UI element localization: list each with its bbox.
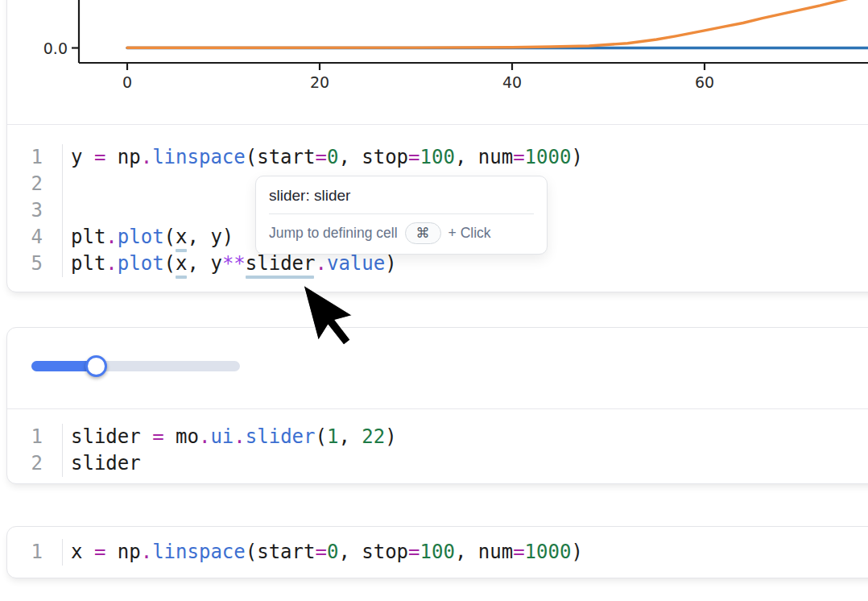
code-token: 0 [327,146,338,168]
code-token: = [513,541,524,563]
code-token: mo [164,425,199,448]
code-line: 2slider [7,450,868,477]
code-token: x [71,541,94,563]
code-token: . [141,541,152,563]
code-token: plot [118,252,164,275]
svg-text:0: 0 [122,73,132,91]
code-token: (start [246,146,316,168]
slider-input[interactable] [31,361,240,371]
cmd-key-badge: ⌘ [405,222,441,244]
code-token: . [199,425,210,448]
code-token: , stop [338,146,408,168]
code-token: slider [246,425,316,448]
code-token: , y) [188,226,234,248]
code-token: np [105,146,140,168]
code-token: plt [71,252,105,275]
code-text: plt.plot(x, y) [63,224,234,251]
code-token: plot [118,226,164,248]
code-editor[interactable]: 1x = np.linspace(start=0, stop=100, num=… [7,527,868,577]
code-token: np [105,541,140,563]
code-token: . [234,425,245,448]
tooltip-action-label: Jump to defining cell [269,225,398,242]
code-token: ) [385,425,396,448]
code-token: = [94,541,105,563]
code-token: = [315,146,326,168]
code-token: ui [210,425,234,448]
mouse-cursor-icon [304,285,368,366]
code-line: 1x = np.linspace(start=0, stop=100, num=… [7,539,868,566]
code-token: = [513,146,524,168]
code-token: , [338,425,362,448]
code-token: , num [455,541,513,563]
code-token: = [408,146,420,168]
code-token: plt [71,226,105,248]
code-token: slider [71,452,141,475]
code-token: ( [315,425,326,448]
code-line: 1y = np.linspace(start=0, stop=100, num=… [7,144,868,171]
code-token: . [105,252,117,275]
line-number: 5 [7,251,63,277]
notebook-cell-x: 1x = np.linspace(start=0, stop=100, num=… [6,526,868,578]
code-token: . [141,146,152,168]
code-token: . [315,252,326,275]
code-token: ( [164,226,176,248]
variable-tooltip: slider: slider Jump to defining cell ⌘ +… [255,176,548,255]
tooltip-title: slider: slider [269,187,534,205]
line-number: 2 [7,171,63,197]
code-token: (start [246,541,316,563]
code-token: = [94,146,105,168]
code-token: ) [571,541,582,563]
tooltip-footer: Jump to defining cell ⌘ + Click [269,222,534,244]
code-token-underlined: slider [246,252,316,275]
code-token: slider [71,425,152,448]
code-token: linspace [152,541,246,563]
code-token: ( [164,252,176,275]
code-token-underlined: x [176,252,187,275]
code-line: 1slider = mo.ui.slider(1, 22) [7,424,868,450]
tooltip-divider [269,213,534,214]
code-token: ) [385,252,396,275]
code-token: 1000 [525,146,572,168]
tooltip-click-label: + Click [448,225,491,242]
code-token: , stop [338,541,408,563]
code-token: , num [455,146,513,168]
code-token: , y [188,252,222,275]
code-token: value [327,252,385,275]
matplotlib-output-chart: 0.00204060 [7,0,868,124]
line-number: 4 [7,224,63,251]
code-token: 1000 [525,541,572,563]
cell-output-area [7,328,868,409]
svg-text:0.0: 0.0 [43,39,68,57]
line-number: 3 [7,197,63,224]
code-token: 100 [420,541,455,563]
line-number: 1 [7,539,63,566]
code-token: = [408,541,420,563]
code-token: 1 [327,425,338,448]
svg-text:20: 20 [310,73,329,91]
svg-text:60: 60 [695,73,714,91]
code-token-underlined: x [176,226,187,248]
code-token: y [71,146,94,168]
code-text: x = np.linspace(start=0, stop=100, num=1… [63,539,583,566]
line-number: 2 [7,450,63,477]
notebook-cell-slider: 1slider = mo.ui.slider(1, 22)2slider [6,327,868,484]
code-token: = [315,541,326,563]
code-token: = [152,425,163,448]
cmd-key-glyph: ⌘ [416,225,430,242]
code-token: ** [222,252,246,275]
cell-output-area: 0.00204060 [7,0,868,125]
line-number: 1 [7,144,63,171]
line-number: 1 [7,424,63,450]
code-token: . [105,226,117,248]
code-token: 22 [362,425,385,448]
slider-thumb[interactable] [85,355,107,377]
code-editor[interactable]: 1slider = mo.ui.slider(1, 22)2slider [7,409,868,483]
code-text: slider [63,450,141,477]
code-text: slider = mo.ui.slider(1, 22) [63,424,397,450]
code-token: linspace [152,146,246,168]
code-token: 0 [327,541,338,563]
code-token: ) [571,146,582,168]
svg-text:40: 40 [502,73,522,91]
code-text: y = np.linspace(start=0, stop=100, num=1… [63,144,583,171]
code-token: 100 [420,146,455,168]
